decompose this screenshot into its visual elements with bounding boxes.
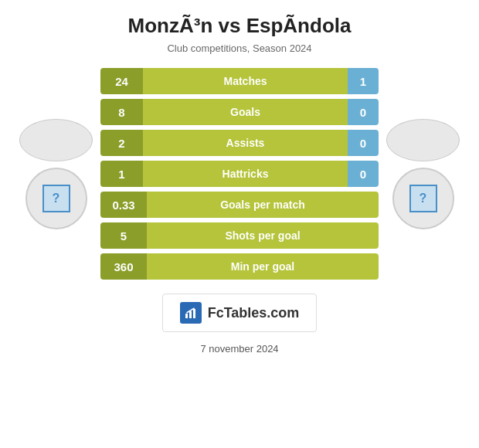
stat-row-min_per_goal: 360Min per goal (100, 253, 379, 280)
date-footer: 7 november 2024 (200, 343, 278, 355)
stat-left-hattricks: 1 (100, 161, 143, 187)
right-ellipse-top (386, 119, 460, 161)
stat-label-goals: Goals (143, 99, 348, 125)
right-team-area: ? (386, 119, 460, 229)
svg-rect-1 (189, 311, 192, 318)
svg-rect-0 (185, 314, 188, 318)
stat-row-matches: 24Matches1 (100, 68, 379, 94)
left-team-area: ? (19, 119, 93, 229)
subtitle: Club competitions, Season 2024 (167, 42, 311, 54)
stat-left-goals_per_match: 0.33 (100, 192, 147, 218)
stat-right-assists: 0 (348, 130, 379, 156)
stat-label-assists: Assists (143, 130, 348, 156)
right-team-logo: ? (392, 168, 454, 229)
stat-right-matches: 1 (348, 68, 379, 94)
stat-left-matches: 24 (100, 68, 143, 94)
left-ellipse-top (19, 119, 93, 161)
stat-row-hattricks: 1Hattricks0 (100, 161, 379, 187)
fctables-label: FcTables.com (208, 305, 300, 321)
stat-right-goals: 0 (348, 99, 379, 125)
svg-rect-2 (193, 309, 195, 318)
stat-left-shots_per_goal: 5 (100, 222, 147, 249)
left-team-logo: ? (25, 168, 87, 229)
stat-label-min_per_goal: Min per goal (147, 253, 379, 280)
stat-left-goals: 8 (100, 99, 143, 125)
page-title: MonzÃ³n vs EspÃndola (128, 14, 352, 38)
stat-row-assists: 2Assists0 (100, 130, 379, 156)
stat-row-shots_per_goal: 5Shots per goal (100, 222, 379, 249)
left-logo-placeholder: ? (42, 185, 70, 212)
main-content: ? 24Matches18Goals02Assists01Hattricks00… (8, 68, 471, 280)
right-logo-placeholder: ? (409, 185, 437, 212)
stat-row-goals_per_match: 0.33Goals per match (100, 192, 379, 218)
stat-row-goals: 8Goals0 (100, 99, 379, 125)
stat-label-shots_per_goal: Shots per goal (147, 222, 379, 249)
fctables-logo[interactable]: FcTables.com (162, 294, 318, 332)
stats-container: 24Matches18Goals02Assists01Hattricks00.3… (100, 68, 379, 280)
stat-label-matches: Matches (143, 68, 348, 94)
stat-label-goals_per_match: Goals per match (147, 192, 379, 218)
stat-left-assists: 2 (100, 130, 143, 156)
stat-label-hattricks: Hattricks (143, 161, 348, 187)
stat-right-hattricks: 0 (348, 161, 379, 187)
stat-left-min_per_goal: 360 (100, 253, 147, 280)
fctables-icon (180, 302, 202, 324)
